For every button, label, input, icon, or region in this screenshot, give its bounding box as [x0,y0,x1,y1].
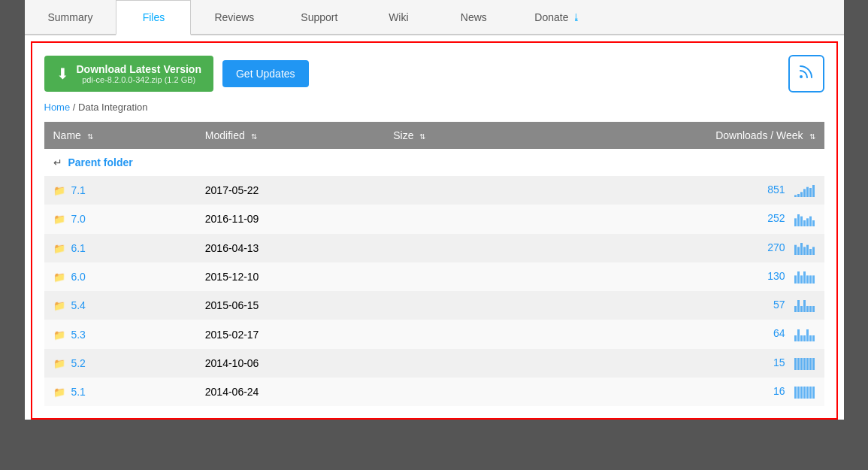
file-link[interactable]: 6.1 [71,242,85,254]
file-link[interactable]: 5.1 [71,386,85,398]
svg-rect-2 [797,194,800,197]
download-bar: ⬇ Download Latest Version pdi-ce-8.2.0.0… [44,55,824,92]
svg-rect-43 [794,358,797,370]
tab-support[interactable]: Support [277,0,361,34]
svg-rect-24 [800,276,803,284]
svg-rect-14 [812,220,815,226]
svg-rect-35 [812,306,815,312]
download-count: 57 [773,299,785,311]
download-subtitle: pdi-ce-8.2.0.0-342.zip (1.2 GB) [77,75,201,84]
svg-rect-5 [806,187,809,197]
file-link[interactable]: 5.2 [71,357,85,369]
sort-size-icon: ⇅ [419,132,425,141]
breadcrumb-home[interactable]: Home [44,102,71,113]
download-count: 252 [767,212,785,224]
download-count: 270 [767,241,785,253]
svg-rect-23 [797,271,800,284]
tab-news[interactable]: News [436,0,511,34]
svg-rect-32 [803,300,806,312]
download-count: 130 [767,270,785,282]
download-count: 15 [773,356,785,368]
sort-downloads-icon: ⇅ [809,132,815,141]
sort-name-icon: ⇅ [87,132,93,141]
col-modified[interactable]: Modified ⇅ [196,122,384,149]
download-title: Download Latest Version [77,63,201,75]
svg-rect-38 [800,335,803,341]
svg-rect-20 [809,249,812,255]
col-downloads[interactable]: Downloads / Week ⇅ [516,122,824,149]
breadcrumb-current: Data Integration [78,102,148,113]
external-link-icon: ⭳ [572,12,581,23]
svg-rect-26 [806,276,809,284]
tab-reviews[interactable]: Reviews [191,0,277,34]
table-row: 📁 6.0 2015-12-10 130 [44,262,824,291]
svg-rect-25 [803,271,806,284]
mini-chart [794,241,815,255]
svg-rect-11 [803,220,806,226]
folder-icon: 📁 [53,387,65,398]
mini-chart [794,328,815,341]
table-row: 📁 5.2 2014-10-06 15 [44,349,824,378]
svg-rect-17 [800,243,803,255]
svg-rect-27 [809,276,812,284]
table-row: 📁 7.1 2017-05-22 851 [44,176,824,205]
svg-rect-45 [800,358,803,370]
tab-files[interactable]: Files [116,0,191,35]
svg-rect-15 [794,245,797,255]
file-table: Name ⇅ Modified ⇅ Size ⇅ Downloads / Wee… [44,122,824,406]
mini-chart [794,183,815,197]
folder-icon: 📁 [53,358,65,369]
svg-rect-12 [806,218,809,226]
svg-rect-13 [809,216,812,226]
col-name[interactable]: Name ⇅ [44,122,196,149]
svg-rect-31 [800,306,803,312]
svg-rect-9 [797,214,800,226]
file-link[interactable]: 7.1 [71,184,85,196]
svg-rect-49 [812,358,815,370]
svg-rect-36 [794,335,797,341]
tab-donate[interactable]: Donate ⭳ [511,0,603,34]
folder-icon: 📁 [53,214,65,225]
main-content: ⬇ Download Latest Version pdi-ce-8.2.0.0… [31,41,838,420]
folder-icon: 📁 [53,185,65,196]
download-actions: ⬇ Download Latest Version pdi-ce-8.2.0.0… [44,56,309,92]
file-link[interactable]: 6.0 [71,271,85,283]
svg-rect-29 [794,306,797,312]
table-row: 📁 5.1 2014-06-24 16 [44,378,824,406]
file-link[interactable]: 5.3 [71,329,85,341]
svg-rect-52 [800,387,803,399]
svg-rect-22 [794,276,797,284]
svg-rect-16 [797,247,800,255]
svg-rect-50 [794,387,797,399]
download-latest-button[interactable]: ⬇ Download Latest Version pdi-ce-8.2.0.0… [44,56,213,92]
svg-rect-37 [797,329,800,341]
svg-point-0 [800,75,803,78]
svg-rect-10 [800,216,803,226]
table-row: 📁 5.3 2015-02-17 64 [44,320,824,348]
svg-rect-40 [806,329,809,341]
tab-wiki[interactable]: Wiki [361,0,436,34]
svg-rect-54 [806,387,809,399]
file-link[interactable]: 5.4 [71,299,85,311]
svg-rect-53 [803,387,806,399]
get-updates-button[interactable]: Get Updates [222,60,309,87]
rss-button[interactable] [788,55,824,92]
col-size[interactable]: Size ⇅ [384,122,516,149]
svg-rect-34 [809,306,812,312]
mini-chart [794,356,815,370]
file-link[interactable]: 7.0 [71,213,85,225]
download-count: 851 [767,183,785,196]
svg-rect-7 [812,185,815,197]
svg-rect-30 [797,300,800,312]
mini-chart [794,299,815,312]
table-row: 📁 7.0 2016-11-09 252 [44,205,824,233]
table-row: 📁 5.4 2015-06-15 57 [44,291,824,320]
svg-rect-4 [803,190,806,198]
folder-icon: 📁 [53,243,65,254]
tab-summary[interactable]: Summary [25,0,116,34]
svg-rect-55 [809,387,812,399]
parent-folder-link[interactable]: Parent folder [68,156,132,168]
mini-chart [794,385,815,399]
sort-modified-icon: ⇅ [251,132,257,141]
svg-rect-28 [812,276,815,284]
